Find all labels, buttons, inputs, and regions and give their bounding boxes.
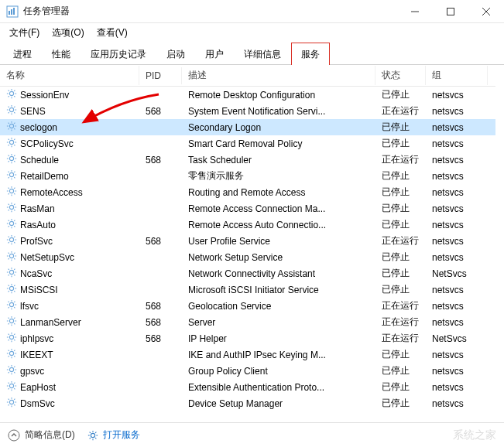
table-row[interactable]: gpsvcGroup Policy Client已停止netsvcs — [0, 363, 495, 379]
tab-启动[interactable]: 启动 — [156, 43, 195, 65]
tab-应用历史记录[interactable]: 应用历史记录 — [81, 43, 156, 65]
svg-line-169 — [14, 367, 15, 367]
svg-point-161 — [9, 367, 13, 371]
cell-group: netsvcs — [426, 218, 488, 232]
table-row[interactable]: lfsvc568Geolocation Service正在运行netsvcs — [0, 298, 495, 314]
menu-options[interactable]: 选项(O) — [46, 25, 90, 41]
table-row[interactable]: EapHostExtensible Authentication Proto..… — [0, 379, 495, 395]
services-table[interactable]: 名称 PID 描述 状态 组 SessionEnvRemote Desktop … — [0, 65, 504, 422]
table-row[interactable]: IKEEXTIKE and AuthIP IPsec Keying M...已停… — [0, 346, 495, 363]
cell-name: EapHost — [0, 379, 139, 395]
table-row[interactable]: LanmanServer568Server正在运行netsvcs — [0, 314, 495, 330]
tab-性能[interactable]: 性能 — [42, 43, 81, 65]
svg-line-185 — [14, 404, 15, 405]
cell-pid — [139, 256, 182, 259]
cell-status: 已停止 — [375, 249, 426, 265]
menu-file[interactable]: 文件(F) — [3, 25, 46, 41]
tab-服务[interactable]: 服务 — [291, 43, 330, 65]
table-row[interactable]: NcaSvcNetwork Connectivity Assistant已停止N… — [0, 265, 495, 282]
cell-desc: Smart Card Removal Policy — [182, 137, 375, 151]
cell-desc: System Event Notification Servi... — [182, 104, 375, 118]
table-row[interactable]: RetailDemo零售演示服务已停止netsvcs — [0, 168, 495, 184]
cell-desc: Secondary Logon — [182, 121, 375, 135]
svg-line-15 — [9, 96, 9, 97]
cell-status: 正在运行 — [375, 314, 426, 330]
svg-line-167 — [14, 372, 15, 373]
cell-status: 已停止 — [375, 395, 426, 411]
tab-详细信息[interactable]: 详细信息 — [234, 43, 291, 65]
cell-desc: Device Setup Manager — [182, 397, 375, 411]
maximize-button[interactable] — [433, 0, 468, 23]
table-row[interactable]: MSiSCSIMicrosoft iSCSI Initiator Service… — [0, 282, 495, 298]
svg-line-88 — [14, 220, 15, 221]
svg-line-25 — [14, 107, 15, 107]
gear-icon — [6, 202, 17, 215]
service-name: NcaSvc — [20, 268, 52, 279]
table-row[interactable]: ProfSvc568User Profile Service正在运行netsvc… — [0, 233, 495, 249]
cell-status: 已停止 — [375, 184, 426, 200]
cell-desc: Microsoft iSCSI Initiator Service — [182, 283, 375, 297]
table-header[interactable]: 名称 PID 描述 状态 组 — [0, 65, 495, 87]
table-row[interactable]: Schedule568Task Scheduler正在运行netsvcs — [0, 152, 495, 168]
app-icon — [6, 5, 19, 18]
close-button[interactable] — [468, 0, 504, 23]
svg-line-131 — [14, 307, 15, 308]
window-title: 任务管理器 — [23, 5, 397, 18]
table-row[interactable]: SCPolicySvcSmart Card Removal Policy已停止n… — [0, 135, 495, 152]
svg-line-96 — [9, 242, 9, 243]
service-name: Schedule — [20, 155, 59, 165]
open-services-button[interactable]: 打开服务 — [87, 428, 140, 442]
gear-icon — [6, 251, 17, 264]
gear-icon — [6, 104, 17, 118]
cell-status: 已停止 — [375, 363, 426, 379]
svg-line-14 — [14, 96, 15, 97]
table-row[interactable]: RemoteAccessRouting and Remote Access已停止… — [0, 184, 495, 200]
cell-pid — [139, 272, 182, 275]
cell-name: LanmanServer — [0, 314, 139, 330]
cell-desc: Remote Access Connection Ma... — [182, 202, 375, 216]
svg-line-42 — [9, 145, 9, 145]
table-row[interactable]: NetSetupSvcNetwork Setup Service已停止netsv… — [0, 249, 495, 265]
cell-name: MSiSCSI — [0, 282, 139, 298]
table-row[interactable]: RasManRemote Access Connection Ma...已停止n… — [0, 200, 495, 217]
gear-icon — [6, 234, 17, 247]
svg-point-188 — [9, 430, 19, 441]
table-row[interactable]: seclogonSecondary Logon已停止netsvcs — [0, 119, 495, 135]
svg-line-141 — [9, 323, 9, 324]
table-row[interactable]: SENS568System Event Notification Servi..… — [0, 103, 495, 119]
svg-line-67 — [9, 188, 9, 189]
cell-name: RemoteAccess — [0, 184, 139, 200]
svg-line-95 — [14, 242, 15, 243]
minimize-button[interactable] — [397, 0, 433, 23]
col-header-pid[interactable]: PID — [139, 67, 182, 84]
gear-icon — [6, 218, 17, 231]
col-header-status[interactable]: 状态 — [375, 66, 426, 85]
gear-icon — [6, 348, 17, 361]
cell-group: netsvcs — [426, 397, 488, 411]
tab-进程[interactable]: 进程 — [3, 43, 42, 65]
gear-icon — [87, 430, 98, 441]
svg-line-58 — [9, 172, 9, 172]
svg-line-151 — [14, 334, 15, 335]
svg-line-132 — [9, 307, 9, 308]
svg-line-133 — [14, 302, 15, 302]
svg-point-125 — [9, 302, 13, 306]
svg-line-31 — [9, 123, 9, 124]
col-header-name[interactable]: 名称 — [0, 66, 139, 85]
svg-line-124 — [14, 285, 15, 286]
table-row[interactable]: RasAutoRemote Access Auto Connectio...已停… — [0, 217, 495, 233]
cell-pid: 568 — [139, 153, 182, 167]
tab-用户[interactable]: 用户 — [195, 43, 234, 65]
table-row[interactable]: iphlpsvc568IP Helper正在运行NetSvcs — [0, 330, 495, 346]
col-header-desc[interactable]: 描述 — [182, 66, 375, 85]
cell-group: netsvcs — [426, 88, 488, 102]
svg-line-130 — [9, 302, 9, 302]
menu-view[interactable]: 查看(V) — [91, 25, 134, 41]
fewer-details-button[interactable]: 简略信息(D) — [8, 428, 75, 442]
table-row[interactable]: SessionEnvRemote Desktop Configuration已停… — [0, 87, 495, 103]
table-row[interactable]: DsmSvcDevice Setup Manager已停止netsvcs — [0, 395, 495, 411]
cell-pid: 568 — [139, 104, 182, 118]
svg-line-187 — [14, 399, 15, 400]
col-header-group[interactable]: 组 — [426, 66, 488, 85]
svg-line-122 — [14, 291, 15, 292]
